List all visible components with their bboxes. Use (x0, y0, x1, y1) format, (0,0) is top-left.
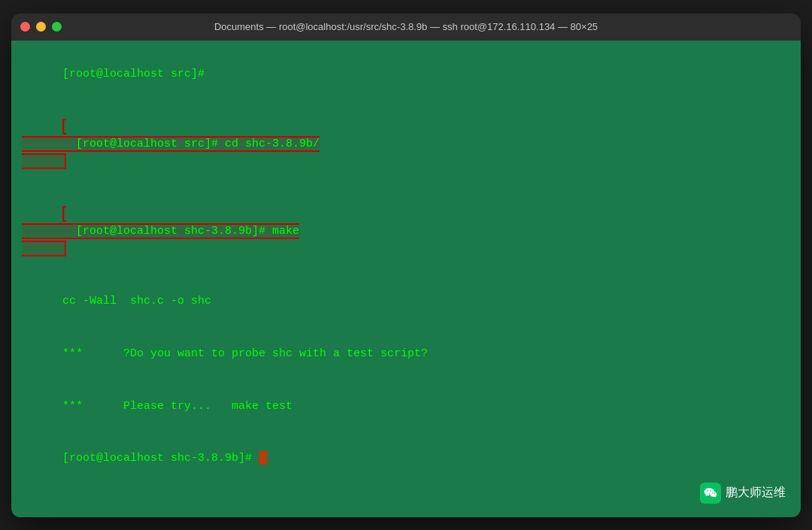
minimize-button[interactable] (36, 22, 46, 32)
terminal-window: Documents — root@localhost:/usr/src/shc-… (11, 14, 801, 517)
output-try: *** Please try... make test (62, 400, 292, 413)
terminal-line-5: *** ?Do you want to probe shc with a tes… (22, 328, 790, 380)
wechat-icon (700, 483, 721, 504)
maximize-button[interactable] (52, 22, 62, 32)
output-cc: cc -Wall shc.c -o shc (62, 295, 211, 307)
command-make: make (272, 225, 299, 238)
highlight-block-2: [root@localhost shc-3.8.9b]# make (22, 206, 299, 257)
terminal-line-3: [root@localhost shc-3.8.9b]# make (22, 188, 790, 275)
traffic-lights (20, 22, 62, 32)
titlebar: Documents — root@localhost:/usr/src/shc-… (11, 14, 801, 41)
prompt-3: [root@localhost shc-3.8.9b]# (76, 225, 272, 238)
terminal-line-7: [root@localhost shc-3.8.9b]# (22, 432, 790, 485)
terminal-line-2: [root@localhost src]# cd shc-3.8.9b/ (22, 100, 790, 187)
command-cd: cd shc-3.8.9b/ (225, 138, 320, 150)
titlebar-text: Documents — root@localhost:/usr/src/shc-… (214, 21, 598, 32)
prompt-current: [root@localhost shc-3.8.9b]# (62, 452, 259, 465)
prompt-2: [root@localhost src]# (76, 138, 225, 150)
cursor (259, 451, 267, 465)
output-probe: *** ?Do you want to probe shc with a tes… (62, 347, 428, 360)
terminal-line-4: cc -Wall shc.c -o shc (22, 275, 790, 328)
prompt-1: [root@localhost src]# (62, 68, 205, 80)
watermark: 鹏大师运维 (700, 483, 786, 504)
close-button[interactable] (20, 22, 30, 32)
highlight-block-1: [root@localhost src]# cd shc-3.8.9b/ (22, 119, 320, 170)
terminal-line-1: [root@localhost src]# (22, 48, 790, 101)
watermark-text: 鹏大师运维 (726, 485, 786, 501)
terminal-line-6: *** Please try... make test (22, 380, 790, 432)
terminal-body[interactable]: [root@localhost src]# [root@localhost sr… (11, 41, 801, 517)
